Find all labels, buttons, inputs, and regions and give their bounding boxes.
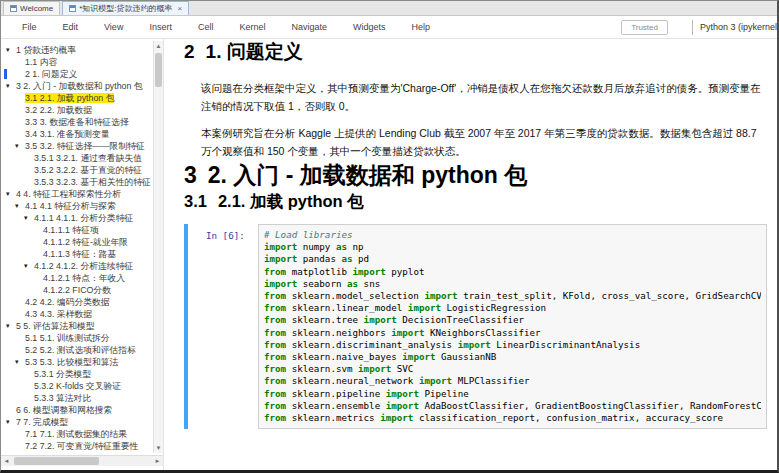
menu-file[interactable]: File [9,22,50,32]
toc-item[interactable]: ▾5.3 5.3. 比较模型和算法 [1,356,152,368]
heading-text: 1. 问题定义 [206,41,303,62]
toc-item[interactable]: 1.1 内容 [1,56,152,68]
toc-item[interactable]: ▾4 4. 特征工程和探索性分析 [1,188,152,200]
code-editor[interactable]: # Load librariesimport numpy as npimport… [258,224,767,429]
toc-item-label: 2 1. 问题定义 [25,69,77,79]
toc-item[interactable]: ▾1 贷款违约概率 [1,44,152,56]
menu-kernel[interactable]: Kernel [226,22,278,32]
code-line: from sklearn.discriminant_analysis impor… [264,339,761,351]
toc-item[interactable]: ▾3.5 3.2. 特征选择——限制特征 [1,140,152,152]
menu-insert[interactable]: Insert [136,22,185,32]
toc-item[interactable]: 4.1.1.1 特征项 [1,224,152,236]
code-line: import seaborn as sns [264,278,761,290]
toc-item-label: 7.1 7.1. 测试数据集的结果 [25,429,127,439]
toc-list: ▾1 贷款违约概率1.1 内容2 1. 问题定义▾3 2. 入门 - 加载数据和… [1,44,152,455]
code-line: from sklearn.neighbors import KNeighbors… [264,327,761,339]
collapse-arrow-icon[interactable]: ▾ [6,416,10,428]
menu-edit[interactable]: Edit [50,22,92,32]
code-line: from sklearn.neural_network import MLPCl… [264,375,761,387]
toc-item[interactable]: 5.1 5.1. 训练测试拆分 [1,332,152,344]
toc-item[interactable]: 3.3 3. 数据准备和特征选择 [1,116,152,128]
toc-item[interactable]: 5.3.1 分类模型 [1,368,152,380]
scroll-down-icon[interactable]: ▼ [154,443,163,453]
toc-item-label: 1 贷款违约概率 [16,45,76,55]
tab-welcome[interactable]: Welcome [3,1,60,15]
trusted-badge[interactable]: Trusted [621,20,668,35]
code-cell[interactable]: In [6]: # Load librariesimport numpy as … [184,224,767,429]
code-line: from sklearn.tree import DecisionTreeCla… [264,314,761,326]
selected-cell-indicator [184,224,188,429]
collapse-arrow-icon[interactable]: ▾ [6,320,10,332]
notebook-icon [69,5,76,12]
toc-item[interactable]: 3.1 2.1. 加载 python 包 [1,92,152,104]
scroll-up-icon[interactable]: ▲ [154,41,163,51]
collapse-arrow-icon[interactable]: ▾ [15,140,19,152]
toc-item[interactable]: 4.1.2.2 FICO分数 [1,284,152,296]
toc-item[interactable]: ▾5 5. 评估算法和模型 [1,320,152,332]
toc-item[interactable]: 3.5.1 3.2.1. 通过查看缺失值 [1,152,152,164]
toc-item-label: 5.2 5.2. 测试选项和评估指标 [25,345,136,355]
toc-item[interactable]: 3.2 2.2. 加载数据 [1,104,152,116]
menu-items-container: FileEditViewInsertCellKernelNavigateWidg… [9,22,443,32]
toc-item[interactable]: 2 1. 问题定义 [1,68,152,80]
collapse-arrow-icon[interactable]: ▾ [15,200,19,212]
collapse-arrow-icon[interactable]: ▾ [6,44,10,56]
toc-item[interactable]: 7.2 7.2. 可变直觉/特征重要性 [1,440,152,452]
toc-item[interactable]: 3.4 3.1. 准备预测变量 [1,128,152,140]
toc-item[interactable]: 6 6. 模型调整和网格搜索 [1,404,152,416]
toc-item-label: 5.3.3 算法对比 [34,393,91,403]
notebook-window: Welcome *知识模型:贷款违约的概率 × FileEditViewInse… [0,0,779,473]
toc-item[interactable]: 4.1.1.3 特征：路基 [1,248,152,260]
toc-item[interactable]: 4.2 4.2. 编码分类数据 [1,296,152,308]
collapse-arrow-icon[interactable]: ▾ [24,212,28,224]
notebook-main-area: 21. 问题定义 该问题在分类框架中定义，其中预测变量为'Charge-Off'… [164,39,777,470]
close-icon[interactable]: × [178,5,183,13]
toc-item[interactable]: 5.3.3 算法对比 [1,392,152,404]
toc-item[interactable]: ▾3 2. 入门 - 加载数据和 python 包 [1,80,152,92]
window-icon [10,5,17,12]
toc-item-label: 7.2 7.2. 可变直觉/特征重要性 [25,441,138,451]
menu-help[interactable]: Help [398,22,443,32]
toc-item[interactable]: 7.1 7.1. 测试数据集的结果 [1,428,152,440]
toc-item[interactable]: ▾4.1.1 4.1.1. 分析分类特征 [1,212,152,224]
toc-item[interactable]: 4.1.1.2 特征-就业年限 [1,236,152,248]
collapse-arrow-icon[interactable]: ▾ [6,188,10,200]
scrollbar-thumb[interactable] [155,53,162,87]
tab-bar: Welcome *知识模型:贷款违约的概率 × [1,1,777,16]
toc-item[interactable]: 5.2 5.2. 测试选项和评估指标 [1,344,152,356]
toc-horizontal-scrollbar[interactable]: ◄ ► [1,455,163,466]
toc-item-label: 5.3.2 K-folds 交叉验证 [34,381,121,391]
toc-item-label: 5.1 5.1. 训练测试拆分 [25,333,110,343]
menu-cell[interactable]: Cell [185,22,227,32]
tab-notebook[interactable]: *知识模型:贷款违约的概率 × [62,1,189,15]
toc-item-label: 4.1.2 4.1.2. 分析连续特征 [34,261,133,271]
toc-item[interactable]: 3.5.3 3.2.3. 基于相关性的特征 [1,176,152,188]
toc-item-label: 1.1 内容 [25,57,57,67]
scrollbar-thumb[interactable] [14,457,99,465]
menu-view[interactable]: View [91,22,136,32]
menubar-right: Trusted Python 3 (ipykernel [621,20,777,35]
scroll-left-icon[interactable]: ◄ [1,456,12,466]
collapse-arrow-icon[interactable]: ▾ [6,80,10,92]
toc-item[interactable]: 3.5.2 3.2.2. 基于直觉的特征 [1,164,152,176]
menu-widgets[interactable]: Widgets [340,22,399,32]
toc-vertical-scrollbar[interactable]: ▲ ▼ [153,41,163,453]
toc-item[interactable]: 4.1.2.1 特点：年收入 [1,272,152,284]
code-line: from sklearn.svm import SVC [264,363,761,375]
paragraph-problem-definition: 该问题在分类框架中定义，其中预测变量为'Charge-Off'，冲销是债权人在您… [201,79,763,115]
scroll-right-icon[interactable]: ► [152,456,163,466]
toc-item-label: 3.5.1 3.2.1. 通过查看缺失值 [34,153,142,163]
toc-item-label: 3 2. 入门 - 加载数据和 python 包 [16,81,143,91]
toc-item-label: 3.1 2.1. 加载 python 包 [25,93,114,103]
toc-item[interactable]: 4.3 4.3. 采样数据 [1,308,152,320]
toc-item[interactable]: ▾7 7. 完成模型 [1,416,152,428]
section-heading-problem-definition: 21. 问题定义 [184,39,777,65]
toc-item-label: 4.3 4.3. 采样数据 [25,309,92,319]
toc-item[interactable]: ▾4.1.2 4.1.2. 分析连续特征 [1,260,152,272]
collapse-arrow-icon[interactable]: ▾ [24,260,28,272]
toc-item[interactable]: ▾4.1 4.1 特征分析与探索 [1,200,152,212]
toc-item-label: 4.1.1.2 特征-就业年限 [43,237,128,247]
menu-navigate[interactable]: Navigate [278,22,340,32]
collapse-arrow-icon[interactable]: ▾ [15,356,19,368]
toc-item[interactable]: 5.3.2 K-folds 交叉验证 [1,380,152,392]
